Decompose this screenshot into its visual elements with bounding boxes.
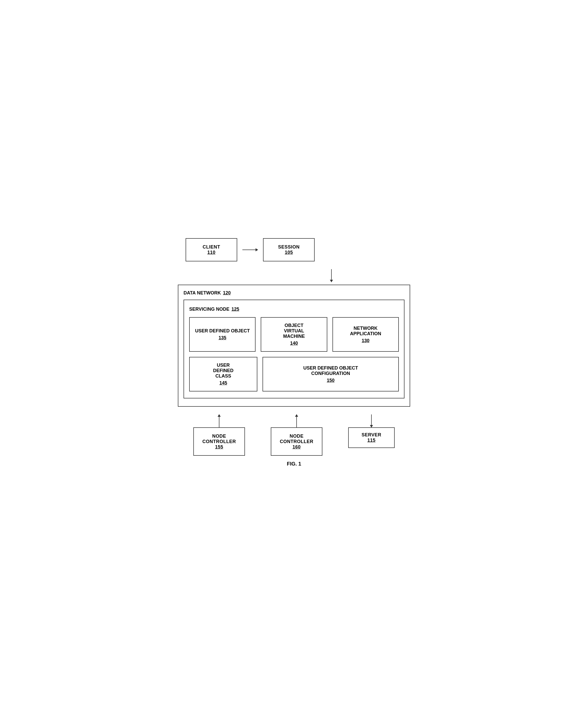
- data-network-box: DATA NETWORK 120 SERVICING NODE 125 USER…: [178, 285, 410, 407]
- nc2-arrow-up: [296, 414, 297, 427]
- session-to-network-arrow: [178, 269, 410, 282]
- fig-label: FIG. 1: [178, 461, 410, 467]
- nc1-arrow-up: [219, 414, 219, 427]
- top-row: CLIENT 110 SESSION 105: [178, 238, 410, 262]
- server-box: SERVER 115: [348, 427, 395, 448]
- user-defined-object-box: USER DEFINED OBJECT 135: [189, 317, 256, 352]
- session-box: SESSION 105: [263, 238, 315, 262]
- servicing-node-label: SERVICING NODE 125: [189, 307, 399, 312]
- object-virtual-machine-box: OBJECTVIRTUALMACHINE 140: [261, 317, 327, 352]
- network-application-box: NETWORKAPPLICATION 130: [332, 317, 399, 352]
- inner-grid-bottom: USERDEFINEDCLASS 145 USER DEFINED OBJECT…: [189, 357, 399, 391]
- node-controller-1-box: NODECONTROLLER 155: [193, 427, 245, 456]
- node-controller-2-group: NODECONTROLLER 160: [271, 414, 322, 456]
- session-label: SESSION: [278, 244, 300, 250]
- data-network-label: DATA NETWORK 120: [184, 290, 404, 296]
- server-arrow-down: [371, 414, 372, 427]
- client-label: CLIENT: [202, 244, 220, 250]
- inner-grid-top: USER DEFINED OBJECT 135 OBJECTVIRTUALMAC…: [189, 317, 399, 352]
- user-defined-object-config-box: USER DEFINED OBJECTCONFIGURATION 150: [263, 357, 399, 391]
- client-ref: 110: [207, 250, 216, 255]
- diagram-container: CLIENT 110 SESSION 105 DATA NETWORK 120 …: [178, 238, 410, 467]
- servicing-node-box: SERVICING NODE 125 USER DEFINED OBJECT 1…: [184, 299, 404, 398]
- server-group: SERVER 115: [348, 414, 395, 448]
- node-controller-2-box: NODECONTROLLER 160: [271, 427, 322, 456]
- bottom-section: NODECONTROLLER 155 NODECONTROLLER 160: [178, 414, 410, 456]
- user-defined-class-box: USERDEFINEDCLASS 145: [189, 357, 257, 391]
- session-ref: 105: [285, 250, 293, 255]
- node-controller-1-group: NODECONTROLLER 155: [193, 414, 245, 456]
- client-box: CLIENT 110: [186, 238, 237, 262]
- client-to-session-arrow: [242, 249, 258, 250]
- node-controllers-section: NODECONTROLLER 155 NODECONTROLLER 160: [193, 414, 322, 456]
